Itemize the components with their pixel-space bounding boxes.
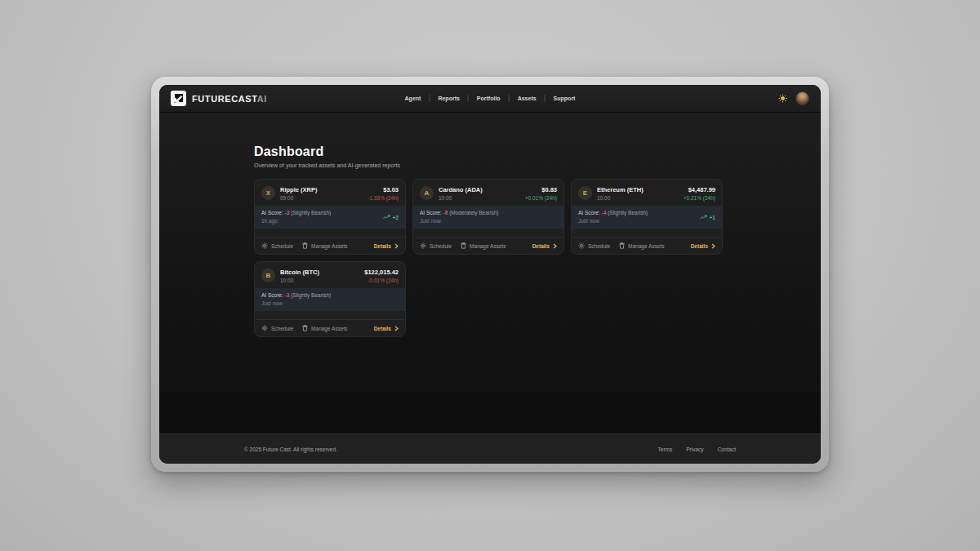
asset-name: Ripple (XRP)	[280, 186, 317, 193]
nav-item-support[interactable]: Support	[546, 96, 584, 101]
asset-time: 09:00	[280, 195, 317, 201]
schedule-button[interactable]: Schedule	[261, 242, 293, 249]
ai-score-row: AI Score: -3 (Slightly Bearish) Just now	[255, 288, 405, 311]
futurecast-mark-icon	[171, 91, 186, 106]
app-screen: FUTURECASTAI Agent Reports Portfolio Ass…	[159, 85, 821, 464]
ai-score-row: AI Score: -3 (Slightly Bearish) 1h ago +…	[255, 206, 405, 229]
gear-icon	[420, 242, 426, 249]
asset-cards-grid: X Ripple (XRP) 09:00 $3.03 -1.93% (24h) …	[254, 179, 723, 337]
card-actions: Schedule Manage Assets Details	[572, 237, 722, 254]
card-header: E Ethereum (ETH) 10:00 $4,487.99 +0.21% …	[572, 180, 722, 206]
ai-score-value: -3	[285, 210, 290, 216]
app-header: FUTURECASTAI Agent Reports Portfolio Ass…	[159, 85, 821, 113]
asset-change: -0.01% (24h)	[364, 278, 399, 283]
asset-change: +0.01% (24h)	[525, 195, 557, 201]
chevron-right-icon	[394, 326, 399, 331]
nav-item-reports[interactable]: Reports	[430, 96, 467, 101]
trash-icon	[461, 242, 466, 249]
main-nav: Agent Reports Portfolio Assets Support	[397, 95, 584, 102]
asset-price: $0.83	[525, 186, 557, 193]
asset-card-ripple: X Ripple (XRP) 09:00 $3.03 -1.93% (24h) …	[254, 179, 406, 255]
trash-icon	[619, 242, 625, 249]
manage-assets-button[interactable]: Manage Assets	[461, 242, 506, 249]
card-header: B Bitcoin (BTC) 10:00 $122,015.42 -0.01%…	[255, 262, 405, 288]
asset-time: 10:00	[439, 195, 483, 201]
ai-score-value: -6	[443, 210, 448, 216]
chevron-right-icon	[394, 243, 399, 249]
nav-item-portfolio[interactable]: Portfolio	[469, 96, 509, 101]
asset-change: -1.93% (24h)	[368, 195, 399, 201]
asset-time: 10:00	[597, 195, 644, 201]
asset-change: +0.21% (24h)	[684, 195, 715, 201]
asset-name: Ethereum (ETH)	[597, 186, 644, 193]
details-button[interactable]: Details	[532, 243, 557, 249]
details-button[interactable]: Details	[691, 243, 715, 249]
ai-score-value: -3	[285, 292, 290, 298]
asset-letter-icon: X	[261, 186, 275, 200]
trend-badge: +1	[700, 215, 715, 220]
schedule-button[interactable]: Schedule	[578, 242, 610, 249]
nav-item-agent[interactable]: Agent	[397, 96, 430, 101]
main-content: Dashboard Overview of your tracked asset…	[159, 113, 821, 433]
header-actions	[778, 91, 809, 105]
sun-icon[interactable]	[778, 94, 787, 103]
footer-link-terms[interactable]: Terms	[658, 447, 673, 452]
details-button[interactable]: Details	[374, 243, 399, 249]
trash-icon	[302, 242, 308, 249]
asset-price: $3.03	[368, 186, 399, 193]
brand-name: FUTURECASTAI	[192, 94, 267, 104]
asset-card-ethereum: E Ethereum (ETH) 10:00 $4,487.99 +0.21% …	[571, 179, 723, 255]
nav-item-assets[interactable]: Assets	[510, 96, 545, 101]
updated-time: Just now	[261, 300, 331, 308]
footer-links: Terms Privacy Contact	[658, 447, 736, 452]
manage-assets-button[interactable]: Manage Assets	[302, 242, 347, 249]
gear-icon	[261, 242, 268, 249]
asset-card-cardano: A Cardano (ADA) 10:00 $0.83 +0.01% (24h)…	[412, 179, 564, 255]
ai-sentiment: (Slightly Bearish)	[291, 292, 331, 298]
asset-name: Cardano (ADA)	[439, 186, 483, 193]
updated-time: Just now	[420, 217, 498, 225]
asset-time: 10:00	[280, 278, 319, 283]
ai-sentiment: (Moderately Bearish)	[449, 210, 498, 216]
ai-score-label: AI Score:	[578, 210, 600, 216]
ai-score-row: AI Score: -4 (Slightly Bearish) Just now…	[572, 206, 722, 229]
details-button[interactable]: Details	[374, 326, 399, 331]
asset-price: $4,487.99	[684, 186, 715, 193]
trending-up-icon	[700, 215, 707, 220]
brand-logo[interactable]: FUTURECASTAI	[171, 91, 267, 106]
ai-score-label: AI Score:	[261, 210, 283, 216]
ai-score-label: AI Score:	[261, 292, 283, 298]
schedule-button[interactable]: Schedule	[420, 242, 452, 249]
manage-assets-button[interactable]: Manage Assets	[302, 325, 347, 331]
user-avatar[interactable]	[795, 91, 809, 105]
updated-time: 1h ago	[261, 217, 331, 225]
footer-link-contact[interactable]: Contact	[718, 447, 736, 452]
page-subtitle: Overview of your tracked assets and AI-g…	[254, 162, 821, 168]
trend-badge: +2	[383, 215, 399, 220]
ai-sentiment: (Slightly Bearish)	[291, 210, 331, 216]
chevron-right-icon	[711, 243, 715, 249]
updated-time: Just now	[578, 217, 648, 225]
asset-price: $122,015.42	[364, 269, 399, 276]
manage-assets-button[interactable]: Manage Assets	[619, 242, 664, 249]
copyright-text: © 2025 Future Cast. All rights reserved.	[244, 447, 337, 452]
schedule-button[interactable]: Schedule	[261, 325, 293, 331]
asset-letter-icon: E	[578, 186, 592, 200]
asset-letter-icon: A	[420, 186, 434, 200]
card-actions: Schedule Manage Assets Details	[413, 237, 564, 254]
brand-suffix: AI	[257, 94, 267, 104]
asset-name: Bitcoin (BTC)	[280, 269, 319, 276]
gear-icon	[261, 325, 268, 331]
page-title: Dashboard	[254, 144, 821, 159]
app-window: FUTURECASTAI Agent Reports Portfolio Ass…	[151, 77, 829, 472]
ai-score-label: AI Score:	[420, 210, 442, 216]
trash-icon	[302, 325, 308, 331]
ai-score-value: -4	[602, 210, 607, 216]
gear-icon	[578, 242, 585, 249]
footer-link-privacy[interactable]: Privacy	[686, 447, 703, 452]
ai-sentiment: (Slightly Bearish)	[608, 210, 648, 216]
ai-score-row: AI Score: -6 (Moderately Bearish) Just n…	[413, 206, 564, 229]
card-actions: Schedule Manage Assets Details	[255, 319, 405, 336]
asset-card-bitcoin: B Bitcoin (BTC) 10:00 $122,015.42 -0.01%…	[254, 261, 406, 337]
card-header: A Cardano (ADA) 10:00 $0.83 +0.01% (24h)	[413, 180, 564, 206]
